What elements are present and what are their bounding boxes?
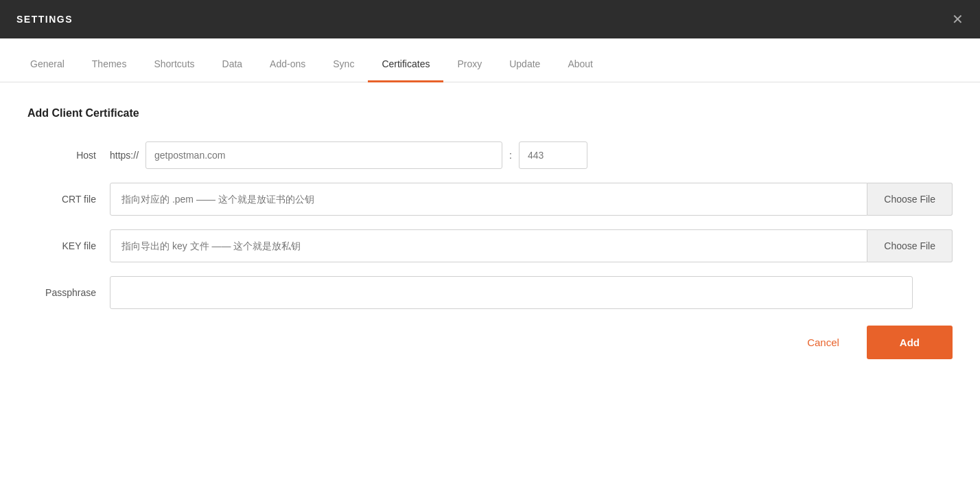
crt-label: CRT file <box>27 194 110 205</box>
key-choose-file-button[interactable]: Choose File <box>867 229 953 262</box>
settings-window: SETTINGS ✕ General Themes Shortcuts Data… <box>0 0 980 500</box>
key-label: KEY file <box>27 240 110 251</box>
crt-file-row: Choose File <box>110 183 953 216</box>
nav-tabs: General Themes Shortcuts Data Add-ons Sy… <box>0 38 980 82</box>
window-title: SETTINGS <box>16 14 73 25</box>
section-title: Add Client Certificate <box>27 107 953 120</box>
host-prefix: https:// <box>110 150 139 161</box>
add-button[interactable]: Add <box>867 326 953 359</box>
tab-addons[interactable]: Add-ons <box>256 58 319 82</box>
crt-choose-file-button[interactable]: Choose File <box>867 183 953 216</box>
host-row: Host https:// : <box>27 141 953 169</box>
host-input[interactable] <box>145 141 502 169</box>
tab-general[interactable]: General <box>16 58 78 82</box>
port-input[interactable] <box>519 141 587 169</box>
tab-about[interactable]: About <box>554 58 607 82</box>
passphrase-input[interactable] <box>110 276 913 309</box>
tab-update[interactable]: Update <box>495 58 554 82</box>
tab-sync[interactable]: Sync <box>319 58 368 82</box>
key-file-input[interactable] <box>110 229 867 262</box>
tab-shortcuts[interactable]: Shortcuts <box>140 58 208 82</box>
close-button[interactable]: ✕ <box>952 12 964 26</box>
passphrase-row: Passphrase <box>27 276 953 309</box>
key-row: KEY file Choose File <box>27 229 953 262</box>
tab-data[interactable]: Data <box>209 58 257 82</box>
host-inputs: https:// : <box>110 141 587 169</box>
actions-row: Cancel Add <box>27 326 953 359</box>
crt-row: CRT file Choose File <box>27 183 953 216</box>
host-label: Host <box>27 150 110 161</box>
key-file-row: Choose File <box>110 229 953 262</box>
port-colon: : <box>509 150 512 161</box>
tab-proxy[interactable]: Proxy <box>443 58 495 82</box>
cancel-button[interactable]: Cancel <box>793 328 853 356</box>
passphrase-label: Passphrase <box>27 287 110 298</box>
crt-file-input[interactable] <box>110 183 867 216</box>
tab-certificates[interactable]: Certificates <box>368 58 443 82</box>
content-area: Add Client Certificate Host https:// : C… <box>0 82 980 500</box>
titlebar: SETTINGS ✕ <box>0 0 980 38</box>
tab-themes[interactable]: Themes <box>78 58 141 82</box>
